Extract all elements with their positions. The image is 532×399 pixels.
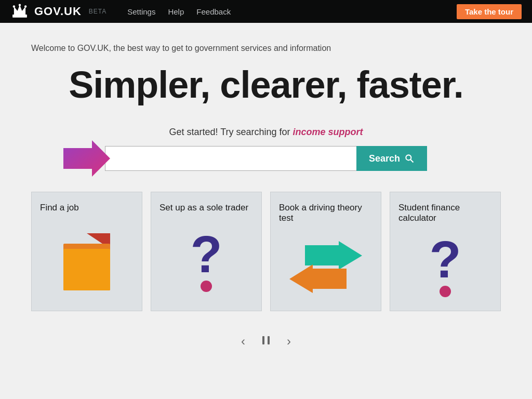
search-icon bbox=[404, 153, 415, 164]
search-prompt: Get started! Try searching for income su… bbox=[169, 127, 363, 138]
svg-marker-11 bbox=[305, 241, 362, 270]
card-icon-area: ? bbox=[398, 232, 492, 302]
card-title: Student finance calculator bbox=[398, 203, 492, 223]
job-icon bbox=[63, 233, 110, 290]
crown-icon bbox=[10, 4, 29, 19]
svg-point-4 bbox=[24, 5, 26, 7]
card-find-a-job[interactable]: Find a job bbox=[31, 192, 142, 311]
svg-marker-12 bbox=[289, 264, 347, 293]
site-header: GOV.UK BETA Settings Help Feedback Take … bbox=[0, 0, 532, 23]
nav-feedback[interactable]: Feedback bbox=[196, 7, 231, 16]
card-title: Set up as a sole trader bbox=[159, 203, 248, 213]
card-icon-area bbox=[40, 221, 134, 302]
take-tour-button[interactable]: Take the tour bbox=[457, 4, 522, 19]
carousel-pause-button[interactable] bbox=[260, 334, 272, 349]
question-dot-icon bbox=[440, 286, 451, 297]
header-nav: Settings Help Feedback bbox=[127, 7, 231, 16]
hero-title: Simpler, clearer, faster. bbox=[31, 63, 501, 106]
question-mark-icon: ? bbox=[429, 237, 461, 282]
pause-icon bbox=[260, 334, 272, 347]
search-button[interactable]: Search bbox=[356, 146, 427, 171]
arrows-icon bbox=[289, 241, 362, 293]
site-logo: GOV.UK BETA bbox=[10, 4, 107, 19]
svg-point-3 bbox=[19, 4, 21, 6]
cards-section: Find a job Set up as a sole trader ? bbox=[31, 192, 501, 311]
card-student-finance[interactable]: Student finance calculator ? bbox=[390, 192, 501, 311]
arrow-pointer-icon bbox=[63, 140, 110, 177]
svg-marker-1 bbox=[14, 5, 25, 15]
card-sole-trader[interactable]: Set up as a sole trader ? bbox=[151, 192, 262, 311]
svg-marker-5 bbox=[63, 140, 110, 177]
search-row: Search bbox=[105, 146, 427, 171]
carousel-prev-button[interactable]: ‹ bbox=[237, 332, 249, 351]
question-mark-icon: ? bbox=[190, 232, 222, 276]
card-icon-area: ? bbox=[159, 221, 253, 302]
svg-rect-13 bbox=[262, 336, 264, 344]
search-button-label: Search bbox=[369, 153, 400, 164]
card-driving-test[interactable]: Book a driving theory test bbox=[270, 192, 381, 311]
search-prompt-prefix: Get started! Try searching for bbox=[169, 127, 292, 137]
svg-rect-10 bbox=[63, 249, 110, 290]
search-input[interactable] bbox=[105, 146, 356, 171]
logo-text: GOV.UK bbox=[34, 5, 82, 18]
welcome-text: Welcome to GOV.UK, the best way to get t… bbox=[31, 44, 501, 53]
svg-line-7 bbox=[410, 159, 413, 162]
main-content: Welcome to GOV.UK, the best way to get t… bbox=[0, 23, 532, 371]
carousel-controls: ‹ › bbox=[31, 327, 501, 356]
card-title: Find a job bbox=[40, 203, 79, 213]
carousel-next-button[interactable]: › bbox=[283, 332, 295, 351]
search-highlight: income support bbox=[293, 127, 363, 137]
question-dot-icon bbox=[201, 281, 212, 292]
svg-rect-0 bbox=[12, 15, 27, 18]
card-icon-area bbox=[279, 232, 373, 302]
card-title: Book a driving theory test bbox=[279, 203, 373, 223]
search-section: Get started! Try searching for income su… bbox=[31, 127, 501, 171]
svg-point-2 bbox=[13, 5, 15, 7]
beta-badge: BETA bbox=[89, 8, 107, 15]
nav-settings[interactable]: Settings bbox=[127, 7, 155, 16]
svg-point-6 bbox=[406, 155, 411, 160]
svg-rect-14 bbox=[268, 336, 270, 344]
nav-help[interactable]: Help bbox=[168, 7, 184, 16]
